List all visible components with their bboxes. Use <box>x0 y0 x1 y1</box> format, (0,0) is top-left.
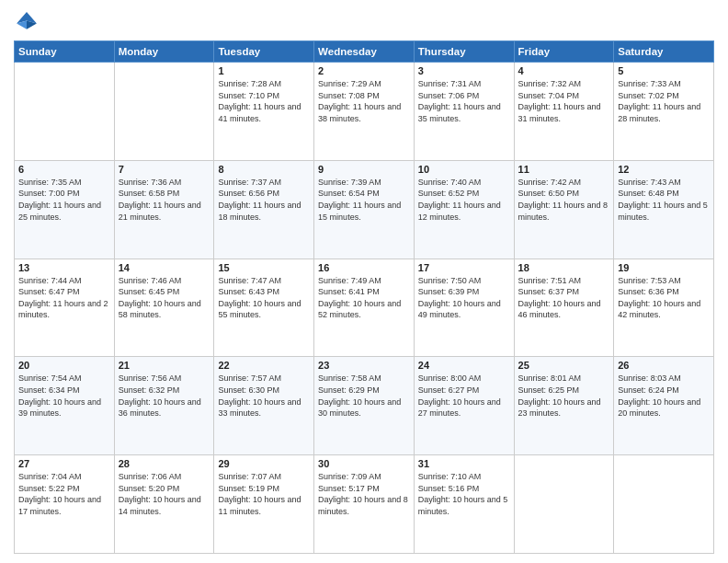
cell-info: Sunrise: 7:53 AMSunset: 6:36 PMDaylight:… <box>618 275 710 321</box>
calendar-cell: 23Sunrise: 7:58 AMSunset: 6:29 PMDayligh… <box>314 357 415 455</box>
weekday-header-sunday: Sunday <box>15 41 115 63</box>
weekday-header-friday: Friday <box>514 41 614 63</box>
day-number: 17 <box>418 262 510 273</box>
cell-info: Sunrise: 7:07 AMSunset: 5:19 PMDaylight:… <box>218 471 310 517</box>
cell-info: Sunrise: 7:49 AMSunset: 6:41 PMDaylight:… <box>318 275 410 321</box>
cell-info: Sunrise: 7:31 AMSunset: 7:06 PMDaylight:… <box>418 78 510 124</box>
calendar-cell: 29Sunrise: 7:07 AMSunset: 5:19 PMDayligh… <box>214 455 314 554</box>
cell-info: Sunrise: 8:03 AMSunset: 6:24 PMDaylight:… <box>618 373 710 419</box>
cell-info: Sunrise: 7:06 AMSunset: 5:20 PMDaylight:… <box>119 471 210 517</box>
calendar-cell: 17Sunrise: 7:50 AMSunset: 6:39 PMDayligh… <box>414 259 514 357</box>
calendar-cell: 30Sunrise: 7:09 AMSunset: 5:17 PMDayligh… <box>314 455 415 554</box>
calendar-table: SundayMondayTuesdayWednesdayThursdayFrid… <box>14 40 714 554</box>
day-number: 26 <box>618 360 710 371</box>
cell-info: Sunrise: 7:28 AMSunset: 7:10 PMDaylight:… <box>218 78 310 124</box>
cell-info: Sunrise: 7:37 AMSunset: 6:56 PMDaylight:… <box>218 177 310 223</box>
weekday-header-monday: Monday <box>114 41 214 63</box>
cell-info: Sunrise: 7:50 AMSunset: 6:39 PMDaylight:… <box>418 275 510 321</box>
cell-info: Sunrise: 7:35 AMSunset: 7:00 PMDaylight:… <box>18 177 110 223</box>
day-number: 8 <box>218 164 310 175</box>
day-number: 4 <box>518 65 610 76</box>
week-row-2: 13Sunrise: 7:44 AMSunset: 6:47 PMDayligh… <box>15 259 714 357</box>
calendar-cell: 6Sunrise: 7:35 AMSunset: 7:00 PMDaylight… <box>15 160 115 259</box>
day-number: 1 <box>218 65 310 76</box>
cell-info: Sunrise: 7:33 AMSunset: 7:02 PMDaylight:… <box>618 78 710 124</box>
logo-icon <box>14 9 40 35</box>
cell-info: Sunrise: 7:32 AMSunset: 7:04 PMDaylight:… <box>518 78 610 124</box>
weekday-header-row: SundayMondayTuesdayWednesdayThursdayFrid… <box>15 41 714 63</box>
week-row-3: 20Sunrise: 7:54 AMSunset: 6:34 PMDayligh… <box>15 357 714 455</box>
day-number: 20 <box>18 360 110 371</box>
calendar-cell: 4Sunrise: 7:32 AMSunset: 7:04 PMDaylight… <box>514 63 614 161</box>
day-number: 28 <box>119 458 210 469</box>
day-number: 22 <box>218 360 310 371</box>
calendar-cell: 19Sunrise: 7:53 AMSunset: 6:36 PMDayligh… <box>614 259 714 357</box>
day-number: 9 <box>318 164 410 175</box>
cell-info: Sunrise: 7:43 AMSunset: 6:48 PMDaylight:… <box>618 177 710 223</box>
cell-info: Sunrise: 7:42 AMSunset: 6:50 PMDaylight:… <box>518 177 610 223</box>
calendar-cell: 1Sunrise: 7:28 AMSunset: 7:10 PMDaylight… <box>214 63 314 161</box>
calendar-cell: 28Sunrise: 7:06 AMSunset: 5:20 PMDayligh… <box>114 455 214 554</box>
cell-info: Sunrise: 7:47 AMSunset: 6:43 PMDaylight:… <box>218 275 310 321</box>
logo <box>14 9 41 35</box>
calendar-cell: 3Sunrise: 7:31 AMSunset: 7:06 PMDaylight… <box>414 63 514 161</box>
day-number: 11 <box>518 164 610 175</box>
day-number: 24 <box>418 360 510 371</box>
calendar-cell: 12Sunrise: 7:43 AMSunset: 6:48 PMDayligh… <box>614 160 714 259</box>
cell-info: Sunrise: 7:56 AMSunset: 6:32 PMDaylight:… <box>119 373 210 419</box>
cell-info: Sunrise: 7:29 AMSunset: 7:08 PMDaylight:… <box>318 78 410 124</box>
page: SundayMondayTuesdayWednesdayThursdayFrid… <box>0 0 728 563</box>
calendar-cell <box>614 455 714 554</box>
cell-info: Sunrise: 7:39 AMSunset: 6:54 PMDaylight:… <box>318 177 410 223</box>
day-number: 30 <box>318 458 410 469</box>
calendar-cell: 14Sunrise: 7:46 AMSunset: 6:45 PMDayligh… <box>114 259 214 357</box>
calendar-cell: 20Sunrise: 7:54 AMSunset: 6:34 PMDayligh… <box>15 357 115 455</box>
calendar-cell: 11Sunrise: 7:42 AMSunset: 6:50 PMDayligh… <box>514 160 614 259</box>
weekday-header-tuesday: Tuesday <box>214 41 314 63</box>
calendar-cell: 10Sunrise: 7:40 AMSunset: 6:52 PMDayligh… <box>414 160 514 259</box>
calendar-cell: 26Sunrise: 8:03 AMSunset: 6:24 PMDayligh… <box>614 357 714 455</box>
day-number: 2 <box>318 65 410 76</box>
calendar-cell: 5Sunrise: 7:33 AMSunset: 7:02 PMDaylight… <box>614 63 714 161</box>
calendar-cell: 31Sunrise: 7:10 AMSunset: 5:16 PMDayligh… <box>414 455 514 554</box>
cell-info: Sunrise: 7:58 AMSunset: 6:29 PMDaylight:… <box>318 373 410 419</box>
cell-info: Sunrise: 7:46 AMSunset: 6:45 PMDaylight:… <box>119 275 210 321</box>
calendar-cell: 2Sunrise: 7:29 AMSunset: 7:08 PMDaylight… <box>314 63 415 161</box>
calendar-cell: 9Sunrise: 7:39 AMSunset: 6:54 PMDaylight… <box>314 160 415 259</box>
day-number: 7 <box>119 164 210 175</box>
cell-info: Sunrise: 7:09 AMSunset: 5:17 PMDaylight:… <box>318 471 410 517</box>
calendar-cell: 21Sunrise: 7:56 AMSunset: 6:32 PMDayligh… <box>114 357 214 455</box>
cell-info: Sunrise: 7:40 AMSunset: 6:52 PMDaylight:… <box>418 177 510 223</box>
day-number: 31 <box>418 458 510 469</box>
day-number: 21 <box>119 360 210 371</box>
cell-info: Sunrise: 7:10 AMSunset: 5:16 PMDaylight:… <box>418 471 510 517</box>
cell-info: Sunrise: 8:01 AMSunset: 6:25 PMDaylight:… <box>518 373 610 419</box>
day-number: 23 <box>318 360 410 371</box>
day-number: 14 <box>119 262 210 273</box>
calendar-cell: 18Sunrise: 7:51 AMSunset: 6:37 PMDayligh… <box>514 259 614 357</box>
day-number: 29 <box>218 458 310 469</box>
cell-info: Sunrise: 8:00 AMSunset: 6:27 PMDaylight:… <box>418 373 510 419</box>
calendar-cell: 15Sunrise: 7:47 AMSunset: 6:43 PMDayligh… <box>214 259 314 357</box>
week-row-0: 1Sunrise: 7:28 AMSunset: 7:10 PMDaylight… <box>15 63 714 161</box>
calendar-cell: 8Sunrise: 7:37 AMSunset: 6:56 PMDaylight… <box>214 160 314 259</box>
cell-info: Sunrise: 7:36 AMSunset: 6:58 PMDaylight:… <box>119 177 210 223</box>
day-number: 13 <box>18 262 110 273</box>
cell-info: Sunrise: 7:04 AMSunset: 5:22 PMDaylight:… <box>18 471 110 517</box>
day-number: 27 <box>18 458 110 469</box>
cell-info: Sunrise: 7:54 AMSunset: 6:34 PMDaylight:… <box>18 373 110 419</box>
calendar-cell: 7Sunrise: 7:36 AMSunset: 6:58 PMDaylight… <box>114 160 214 259</box>
calendar-cell: 22Sunrise: 7:57 AMSunset: 6:30 PMDayligh… <box>214 357 314 455</box>
weekday-header-wednesday: Wednesday <box>314 41 415 63</box>
day-number: 12 <box>618 164 710 175</box>
day-number: 25 <box>518 360 610 371</box>
weekday-header-saturday: Saturday <box>614 41 714 63</box>
day-number: 6 <box>18 164 110 175</box>
calendar-cell: 13Sunrise: 7:44 AMSunset: 6:47 PMDayligh… <box>15 259 115 357</box>
day-number: 15 <box>218 262 310 273</box>
calendar-cell <box>15 63 115 161</box>
day-number: 19 <box>618 262 710 273</box>
header <box>14 9 714 35</box>
calendar-cell <box>514 455 614 554</box>
week-row-4: 27Sunrise: 7:04 AMSunset: 5:22 PMDayligh… <box>15 455 714 554</box>
